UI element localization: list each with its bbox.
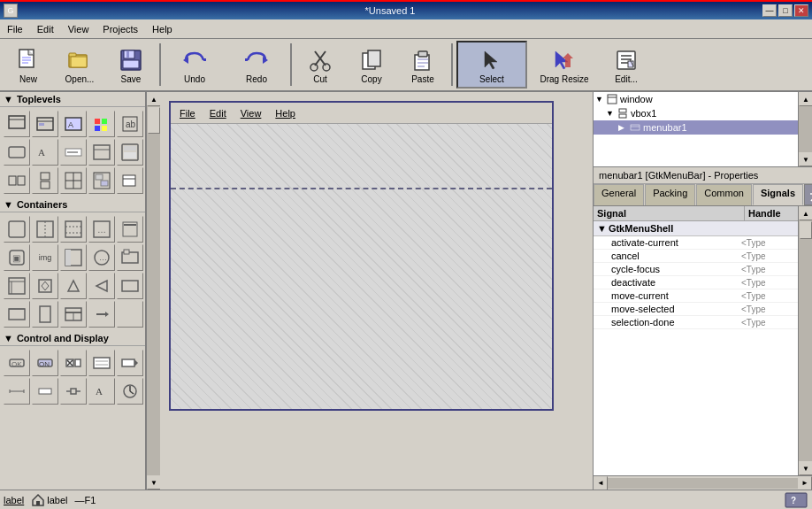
widget-fixed[interactable] bbox=[88, 167, 115, 194]
scroll-down-button[interactable]: ▼ bbox=[147, 475, 161, 490]
paste-button[interactable]: Paste bbox=[398, 41, 448, 89]
widget-toplevel-6[interactable] bbox=[4, 139, 30, 166]
signal-row-cancel[interactable]: cancel <Type bbox=[594, 250, 798, 263]
open-button[interactable]: Open... bbox=[55, 41, 104, 89]
tree-expand-menubar1[interactable]: ▶ bbox=[618, 123, 629, 132]
widget-toplevel-9[interactable] bbox=[88, 139, 115, 166]
scroll-track[interactable] bbox=[147, 106, 160, 475]
menu-file[interactable]: File bbox=[0, 22, 30, 36]
control-5[interactable] bbox=[117, 350, 143, 376]
signals-scroll-thumb[interactable] bbox=[800, 221, 812, 239]
signals-hscroll-track[interactable] bbox=[608, 478, 798, 489]
control-6[interactable] bbox=[4, 378, 30, 405]
container-12[interactable] bbox=[32, 273, 58, 299]
toplevels-collapse-icon[interactable]: ▼ bbox=[4, 94, 13, 104]
tab-common[interactable]: Common bbox=[696, 184, 752, 205]
tree-item-vbox1[interactable]: ▼ vbox1 bbox=[594, 106, 798, 120]
minimize-button[interactable]: — bbox=[762, 4, 777, 17]
tree-scroll-up[interactable]: ▲ bbox=[799, 92, 812, 106]
widget-toplevel-15[interactable] bbox=[117, 167, 143, 194]
control-7[interactable] bbox=[32, 378, 58, 405]
close-button[interactable]: ✕ bbox=[794, 4, 808, 17]
undo-button[interactable]: Undo bbox=[165, 41, 225, 89]
control-1[interactable]: OK bbox=[4, 350, 30, 376]
container-15[interactable] bbox=[117, 273, 143, 299]
left-panel-scrollbar[interactable]: ▲ ▼ bbox=[146, 92, 160, 490]
tree-expand-window[interactable]: ▼ bbox=[595, 95, 606, 104]
container-7[interactable]: img bbox=[32, 244, 58, 271]
widget-label[interactable]: A bbox=[32, 139, 58, 166]
containers-collapse-icon[interactable]: ▼ bbox=[4, 199, 13, 210]
tab-signals[interactable]: Signals bbox=[753, 184, 803, 205]
edit-button[interactable]: Edit... bbox=[601, 41, 651, 89]
control-10[interactable] bbox=[117, 378, 143, 405]
widget-table[interactable] bbox=[60, 167, 87, 194]
menu-edit[interactable]: Edit bbox=[30, 22, 61, 36]
menu-view[interactable]: View bbox=[61, 22, 96, 36]
container-5[interactable] bbox=[117, 216, 143, 243]
scroll-thumb[interactable] bbox=[148, 107, 160, 134]
control-9[interactable]: A bbox=[88, 378, 115, 405]
container-19[interactable] bbox=[88, 301, 115, 328]
control-8[interactable] bbox=[60, 378, 87, 405]
signal-row-selection-done[interactable]: selection-done <Type bbox=[594, 316, 798, 329]
control-2[interactable]: ON bbox=[32, 350, 58, 376]
copy-button[interactable]: Copy bbox=[347, 41, 396, 89]
widget-entry[interactable] bbox=[60, 139, 87, 166]
canvas-menu-edit[interactable]: Edit bbox=[204, 106, 232, 120]
widget-hbox[interactable] bbox=[4, 167, 30, 194]
drag-resize-button[interactable]: Drag Resize bbox=[529, 41, 600, 89]
container-20[interactable] bbox=[117, 301, 143, 328]
signal-group-gtkmenuShell[interactable]: ▼ GtkMenuShell bbox=[594, 221, 798, 236]
signals-scroll-track[interactable] bbox=[799, 220, 812, 461]
container-13[interactable] bbox=[60, 273, 87, 299]
container-16[interactable] bbox=[4, 301, 30, 328]
widget-toplevel-3[interactable]: A bbox=[60, 111, 87, 137]
control-display-collapse-icon[interactable]: ▼ bbox=[4, 333, 13, 343]
new-button[interactable]: New bbox=[4, 41, 53, 89]
tree-scroll[interactable]: ▼ window ▼ vbox1 bbox=[594, 92, 798, 166]
signal-row-move-current[interactable]: move-current <Type bbox=[594, 289, 798, 303]
container-8[interactable] bbox=[60, 244, 87, 271]
control-4[interactable] bbox=[88, 350, 115, 376]
menu-projects[interactable]: Projects bbox=[96, 22, 145, 36]
container-6[interactable]: ▣ bbox=[4, 244, 30, 271]
widget-dialog[interactable] bbox=[32, 111, 58, 137]
signals-scroll-up[interactable]: ▲ bbox=[799, 206, 812, 220]
widget-vbox[interactable] bbox=[32, 167, 58, 194]
save-button[interactable]: Save bbox=[106, 41, 156, 89]
signals-hscroll-right[interactable]: ► bbox=[798, 476, 812, 490]
container-10[interactable] bbox=[117, 244, 143, 271]
container-18[interactable] bbox=[60, 301, 87, 328]
container-3[interactable] bbox=[60, 216, 87, 243]
signals-area[interactable]: Signal Handle ▼ GtkMenuShell activate-cu… bbox=[594, 206, 798, 475]
widget-color[interactable] bbox=[88, 111, 115, 137]
container-1[interactable] bbox=[4, 216, 30, 243]
container-4[interactable]: … bbox=[88, 216, 115, 243]
tab-accessibility[interactable] bbox=[804, 184, 812, 205]
tree-scrollbar[interactable]: ▲ ▼ bbox=[798, 92, 812, 166]
menu-help[interactable]: Help bbox=[145, 22, 180, 36]
control-3[interactable] bbox=[60, 350, 87, 376]
tab-general[interactable]: General bbox=[594, 184, 644, 205]
canvas-menu-view[interactable]: View bbox=[235, 106, 267, 120]
widget-toplevel-5[interactable]: ab bbox=[117, 111, 143, 137]
signals-hscroll-left[interactable]: ◄ bbox=[594, 476, 608, 490]
signal-row-deactivate[interactable]: deactivate <Type bbox=[594, 276, 798, 289]
canvas-menu-file[interactable]: File bbox=[174, 106, 201, 120]
container-2[interactable] bbox=[32, 216, 58, 243]
tree-scroll-down[interactable]: ▼ bbox=[799, 152, 812, 166]
container-11[interactable] bbox=[4, 273, 30, 299]
canvas-scroll[interactable]: File Edit View Help bbox=[160, 92, 593, 490]
maximize-button[interactable]: □ bbox=[778, 4, 793, 17]
redo-button[interactable]: Redo bbox=[226, 41, 287, 89]
tree-scroll-track[interactable] bbox=[799, 106, 812, 152]
tree-item-menubar1[interactable]: ▶ menubar1 bbox=[594, 120, 798, 135]
tree-expand-vbox1[interactable]: ▼ bbox=[606, 109, 617, 118]
signal-row-cycle-focus[interactable]: cycle-focus <Type bbox=[594, 263, 798, 276]
container-14[interactable] bbox=[88, 273, 115, 299]
signals-scrollbar[interactable]: ▲ ▼ bbox=[798, 206, 812, 475]
signal-group-expand[interactable]: ▼ bbox=[597, 223, 607, 234]
scroll-up-button[interactable]: ▲ bbox=[147, 92, 161, 106]
signals-hscrollbar[interactable]: ◄ ► bbox=[594, 475, 812, 490]
